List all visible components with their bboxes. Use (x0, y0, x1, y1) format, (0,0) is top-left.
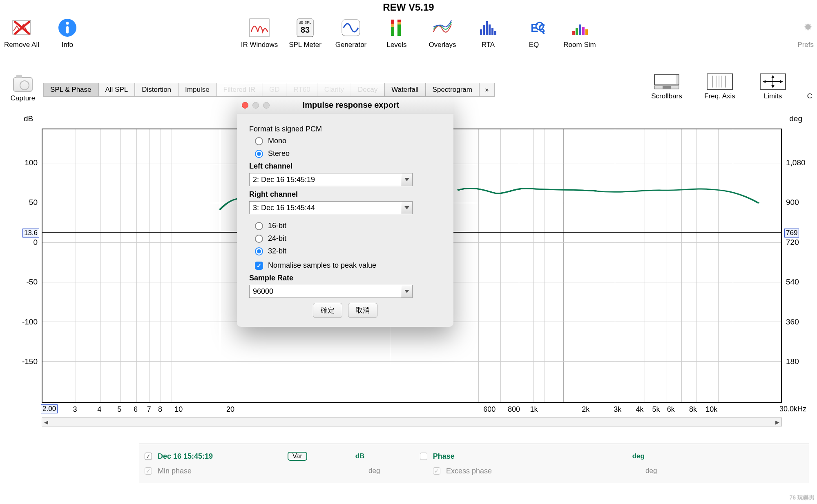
tab-waterfall[interactable]: Waterfall (384, 83, 425, 96)
right-cursor-value: 769 (784, 229, 799, 238)
right-channel-label: Right channel (249, 190, 441, 199)
x-axis-end-label: 30.0kHz (779, 405, 806, 413)
svg-rect-17 (480, 29, 482, 35)
y-axis-ticks-right: 1,080 900 720 540 360 180 769 (784, 129, 809, 403)
scroll-right-icon[interactable]: ▶ (773, 418, 781, 426)
x-start-box: 2.00 (41, 404, 58, 413)
limits-button[interactable]: Limits (752, 73, 793, 100)
svg-rect-15 (397, 20, 401, 22)
radio-icon (255, 235, 263, 243)
tab-gd[interactable]: GD (262, 83, 287, 96)
spl-meter-icon: dB SPL83 (294, 16, 317, 39)
cancel-button[interactable]: 取消 (348, 303, 377, 318)
generator-icon (339, 16, 362, 39)
window-close-icon[interactable] (242, 102, 248, 109)
legend-trace1-checkbox[interactable] (145, 453, 152, 460)
room-sim-button[interactable]: Room Sim (561, 16, 598, 49)
radio-icon (255, 247, 263, 255)
radio-32bit[interactable]: 32-bit (255, 247, 441, 255)
ir-windows-icon (248, 16, 271, 39)
svg-rect-28 (579, 24, 581, 35)
room-sim-icon (568, 16, 591, 39)
svg-marker-43 (771, 85, 774, 88)
impulse-export-dialog: Impulse response export Format is signed… (237, 97, 453, 327)
legend-excess-checkbox[interactable] (433, 467, 440, 475)
radio-24bit[interactable]: 24-bit (255, 234, 441, 243)
svg-marker-44 (763, 80, 766, 83)
svg-rect-13 (391, 24, 394, 27)
legend-var-box[interactable]: Var (288, 452, 307, 461)
left-cursor-value: 13.6 (22, 229, 39, 238)
legend-minphase-checkbox[interactable] (145, 467, 152, 475)
svg-text:83: 83 (301, 25, 310, 34)
remove-all-button[interactable]: Remove All (3, 16, 40, 49)
svg-rect-18 (483, 25, 485, 35)
left-channel-select[interactable]: 2: Dec 16 15:45:19 (249, 173, 413, 186)
tab-filtered-ir[interactable]: Filtered IR (217, 83, 262, 96)
tab-more[interactable]: » (479, 83, 495, 96)
tab-spectrogram[interactable]: Spectrogram (426, 83, 479, 96)
chart-h-scrollbar[interactable]: ◀ ▶ (42, 417, 782, 426)
dropdown-icon (401, 173, 412, 186)
axis-c-button[interactable]: C (806, 73, 814, 100)
legend-deg-label: deg (632, 452, 661, 460)
capture-button[interactable]: Capture (0, 77, 41, 102)
levels-button[interactable]: Levels (378, 16, 415, 49)
scrollbars-button[interactable]: Scrollbars (646, 73, 687, 100)
tab-distortion[interactable]: Distortion (135, 83, 178, 96)
legend-phase-checkbox[interactable] (420, 453, 427, 460)
tab-spl-phase[interactable]: SPL & Phase (43, 83, 98, 96)
normalise-checkbox-row[interactable]: Normalise samples to peak value (255, 261, 441, 270)
svg-marker-42 (771, 75, 774, 78)
legend-minphase-unit: deg (368, 467, 397, 475)
eq-button[interactable]: EQ EQ (516, 16, 552, 49)
eq-icon: EQ (522, 16, 545, 39)
svg-rect-16 (397, 22, 401, 24)
svg-rect-31 (654, 74, 679, 85)
ok-button[interactable]: 確定 (313, 303, 342, 318)
scroll-left-icon[interactable]: ◀ (42, 418, 50, 426)
info-icon (56, 16, 79, 39)
tab-clarity[interactable]: Clarity (317, 83, 351, 96)
sample-rate-select[interactable]: 96000 (249, 285, 413, 298)
y-axis-label-left: dB (24, 114, 33, 123)
tab-impulse[interactable]: Impulse (178, 83, 217, 96)
right-channel-select[interactable]: 3: Dec 16 15:45:44 (249, 201, 413, 214)
format-label: Format is signed PCM (249, 125, 441, 133)
dropdown-icon (401, 202, 412, 214)
tab-decay[interactable]: Decay (351, 83, 384, 96)
info-button[interactable]: Info (49, 16, 86, 49)
radio-icon (255, 137, 263, 145)
x-axis-ticks: 2.00 3 4 5 6 7 8 10 20 600 800 1k 2k 3k … (42, 405, 782, 413)
legend-panel: Dec 16 15:45:19 Var dB Phase deg Min pha… (139, 444, 809, 483)
svg-rect-21 (491, 28, 493, 35)
main-toolbar: Remove All Info IR Windows dB SPL83 SPL … (0, 16, 817, 55)
freq-axis-button[interactable]: Freq. Axis (699, 73, 740, 100)
svg-rect-19 (486, 21, 488, 35)
spl-meter-button[interactable]: dB SPL83 SPL Meter (287, 16, 324, 49)
prefs-button[interactable]: Prefs (793, 16, 814, 49)
tab-rt60[interactable]: RT60 (287, 83, 317, 96)
limits-icon (760, 73, 786, 90)
dialog-title: Impulse response export (253, 100, 449, 110)
rta-button[interactable]: RTA (470, 16, 507, 49)
svg-rect-34 (676, 75, 678, 84)
legend-excess-unit: deg (645, 467, 674, 475)
app-title: REW V5.19 (0, 0, 817, 17)
radio-16bit[interactable]: 16-bit (255, 222, 441, 230)
dropdown-icon (401, 285, 412, 298)
legend-trace1-label: Dec 16 15:45:19 (158, 452, 243, 461)
tab-all-spl[interactable]: All SPL (98, 83, 135, 96)
generator-button[interactable]: Generator (333, 16, 369, 49)
chart-tabstrip: SPL & Phase All SPL Distortion Impulse F… (43, 83, 495, 97)
ir-windows-button[interactable]: IR Windows (241, 16, 278, 49)
overlays-icon (431, 16, 454, 39)
levels-icon (385, 16, 408, 39)
camera-icon (13, 77, 33, 92)
radio-mono[interactable]: Mono (255, 137, 441, 145)
dialog-titlebar[interactable]: Impulse response export (237, 97, 453, 113)
radio-stereo[interactable]: Stereo (255, 149, 441, 158)
svg-rect-22 (494, 31, 496, 35)
radio-icon (255, 222, 263, 230)
overlays-button[interactable]: Overlays (424, 16, 461, 49)
